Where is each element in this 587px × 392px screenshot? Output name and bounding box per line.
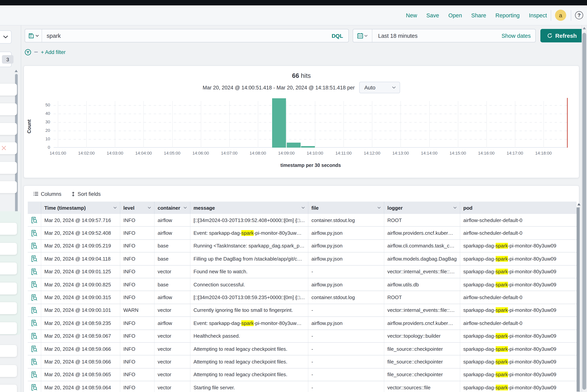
columns-button[interactable]: Columns bbox=[33, 191, 62, 197]
expand-row-button[interactable] bbox=[28, 381, 41, 392]
avatar[interactable]: a bbox=[555, 10, 566, 21]
hits-label: hits bbox=[301, 72, 311, 79]
hits-value: 66 bbox=[292, 72, 299, 79]
nav-reporting[interactable]: Reporting bbox=[496, 12, 520, 18]
field-button-clipped[interactable] bbox=[0, 243, 17, 255]
saved-query-menu-button[interactable] bbox=[25, 29, 42, 42]
nav-open[interactable]: Open bbox=[448, 12, 462, 18]
nav-share[interactable]: Share bbox=[471, 12, 486, 18]
page-scroll-up-arrow[interactable] bbox=[583, 27, 586, 29]
table-row: Mar 20, 2024 @ 14:08:59.066INFOvectorAtt… bbox=[28, 343, 576, 356]
field-button-clipped[interactable] bbox=[0, 162, 17, 174]
field-button-clipped[interactable] bbox=[0, 223, 17, 235]
expand-row-button[interactable] bbox=[28, 227, 41, 239]
hits-count: 66 hits bbox=[24, 72, 579, 80]
table-cell-file: - bbox=[308, 304, 384, 317]
histogram-bar[interactable] bbox=[301, 146, 315, 148]
x-gridline bbox=[344, 101, 344, 148]
table-cell-logger: vector::internal_events::file::… bbox=[384, 304, 460, 317]
close-icon[interactable] bbox=[1, 145, 6, 151]
column-header-level[interactable]: level bbox=[120, 202, 154, 214]
column-header-file[interactable]: file bbox=[308, 202, 384, 214]
table-header-expand-spacer bbox=[28, 202, 41, 214]
nav-inspect[interactable]: Inspect bbox=[529, 12, 547, 18]
add-filter-button[interactable]: + Add filter bbox=[41, 49, 66, 55]
table-cell-level: INFO bbox=[120, 266, 154, 278]
column-header-container[interactable]: container bbox=[154, 202, 190, 214]
column-header-pod[interactable]: pod bbox=[460, 202, 576, 214]
histogram-bar[interactable] bbox=[286, 142, 300, 148]
chevron-down-icon bbox=[3, 36, 8, 38]
x-tick-label: 14:08:00 bbox=[246, 151, 270, 155]
field-button-clipped[interactable] bbox=[0, 181, 17, 193]
table-cell-container: airflow bbox=[154, 214, 190, 226]
field-button-clipped[interactable] bbox=[0, 322, 17, 334]
table-cell-file: airflow.py.json bbox=[308, 317, 384, 329]
sidebar-collapse-button[interactable] bbox=[0, 30, 12, 44]
table-cell-level: INFO bbox=[120, 343, 154, 355]
table-cell-logger: airflow.models.dagbag.DagBag bbox=[384, 252, 460, 265]
field-button-clipped[interactable] bbox=[0, 345, 17, 357]
field-button-clipped[interactable] bbox=[0, 103, 17, 115]
expand-row-button[interactable] bbox=[28, 343, 41, 355]
chevron-down-icon bbox=[392, 86, 396, 89]
column-header-message[interactable]: message bbox=[190, 202, 308, 214]
expand-row-button[interactable] bbox=[28, 356, 41, 368]
nav-save[interactable]: Save bbox=[426, 12, 439, 18]
help-icon[interactable]: ? bbox=[575, 11, 583, 19]
expand-row-button[interactable] bbox=[28, 240, 41, 252]
table-cell-pod: airflow-scheduler-default-0 bbox=[460, 317, 576, 329]
expand-row-button[interactable] bbox=[28, 330, 41, 342]
field-button-clipped[interactable] bbox=[0, 385, 17, 392]
expand-row-button[interactable] bbox=[28, 291, 41, 304]
chevron-down-icon bbox=[113, 206, 117, 209]
field-button-clipped[interactable] bbox=[0, 142, 17, 154]
field-button-clipped[interactable] bbox=[0, 262, 17, 274]
table-row: Mar 20, 2024 @ 14:09:00.101WARNvectorCur… bbox=[28, 304, 576, 317]
x-gridline bbox=[86, 101, 87, 148]
refresh-button[interactable]: Refresh bbox=[540, 29, 583, 42]
column-header-logger[interactable]: logger bbox=[384, 202, 460, 214]
table-cell-level: INFO bbox=[120, 227, 154, 239]
highlighted-term: spark bbox=[496, 269, 508, 275]
nav-new[interactable]: New bbox=[406, 12, 417, 18]
search-input[interactable] bbox=[42, 32, 332, 39]
calendar-icon bbox=[357, 33, 363, 38]
table-scroll-up-arrow[interactable] bbox=[577, 203, 580, 206]
x-tick-label: 14:11:00 bbox=[331, 151, 356, 155]
expand-row-button[interactable] bbox=[28, 368, 41, 381]
field-button-clipped[interactable] bbox=[0, 365, 17, 377]
expand-row-button[interactable] bbox=[28, 252, 41, 265]
expand-row-button[interactable] bbox=[28, 278, 41, 291]
histogram-plot[interactable] bbox=[54, 98, 568, 148]
column-header-time[interactable]: Time (timestamp) bbox=[41, 202, 120, 214]
expand-row-button[interactable] bbox=[28, 266, 41, 278]
table-scrollbar[interactable] bbox=[576, 207, 580, 392]
sort-fields-button[interactable]: Sort fields bbox=[72, 191, 101, 197]
sidebar-scroll-up-arrow[interactable] bbox=[15, 70, 18, 72]
field-button-clipped[interactable] bbox=[0, 282, 17, 294]
query-language-button[interactable]: DQL bbox=[332, 32, 348, 39]
time-range-label[interactable]: Last 18 minutes bbox=[372, 32, 502, 39]
interval-select[interactable]: Auto bbox=[359, 82, 400, 93]
expand-row-button[interactable] bbox=[28, 214, 41, 226]
time-picker: Last 18 minutes Show dates bbox=[353, 29, 536, 42]
date-quick-select-button[interactable] bbox=[353, 29, 372, 42]
field-button-clipped[interactable] bbox=[0, 123, 17, 135]
table-cell-logger: vector::internal_events::file::… bbox=[384, 266, 460, 278]
table-cell-pod: sparkapp-dag-spark-pi-monitor-80y3uw09 bbox=[460, 304, 576, 317]
field-button-clipped[interactable] bbox=[0, 302, 17, 314]
histogram-bar[interactable] bbox=[272, 98, 286, 148]
page-scrollbar-thumb[interactable] bbox=[582, 33, 586, 390]
table-cell-container: airflow bbox=[154, 291, 190, 304]
expand-row-button[interactable] bbox=[28, 317, 41, 329]
field-button-clipped[interactable] bbox=[0, 84, 17, 96]
table-cell-logger: airflow.providers.cncf.kuber… bbox=[384, 317, 460, 329]
table-cell-level: INFO bbox=[120, 214, 154, 226]
expand-row-button[interactable] bbox=[28, 304, 41, 317]
show-dates-button[interactable]: Show dates bbox=[502, 32, 535, 39]
filter-icon[interactable] bbox=[25, 49, 31, 55]
column-header-label: container bbox=[158, 205, 180, 211]
y-tick-label: 40 bbox=[36, 111, 50, 116]
table-cell-container: base bbox=[154, 240, 190, 252]
